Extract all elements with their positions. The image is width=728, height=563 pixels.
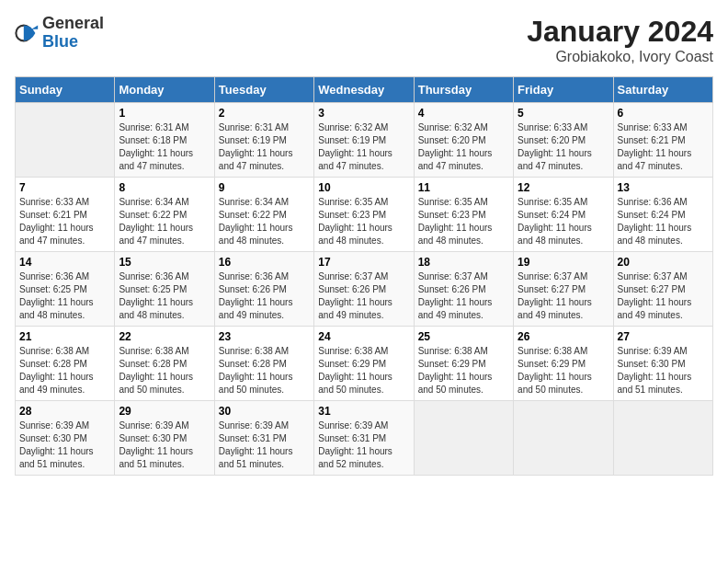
day-number: 2 — [219, 107, 310, 120]
day-number: 4 — [418, 107, 509, 120]
week-row-5: 28Sunrise: 6:39 AMSunset: 6:30 PMDayligh… — [16, 401, 713, 476]
day-info: Sunrise: 6:39 AMSunset: 6:31 PMDaylight:… — [219, 419, 310, 471]
column-header-saturday: Saturday — [613, 77, 712, 103]
day-number: 23 — [219, 330, 310, 343]
day-number: 6 — [618, 107, 709, 120]
day-number: 15 — [119, 256, 210, 269]
calendar-cell: 13Sunrise: 6:36 AMSunset: 6:24 PMDayligh… — [613, 178, 712, 252]
calendar-table: SundayMondayTuesdayWednesdayThursdayFrid… — [15, 76, 713, 476]
logo-general-text: General — [42, 14, 104, 32]
day-info: Sunrise: 6:38 AMSunset: 6:29 PMDaylight:… — [518, 345, 609, 396]
day-number: 3 — [318, 107, 409, 120]
day-number: 21 — [19, 330, 110, 343]
calendar-cell: 2Sunrise: 6:31 AMSunset: 6:19 PMDaylight… — [214, 103, 313, 178]
column-header-wednesday: Wednesday — [314, 77, 414, 103]
day-number: 13 — [618, 181, 709, 194]
day-info: Sunrise: 6:37 AMSunset: 6:27 PMDaylight:… — [518, 270, 609, 322]
day-number: 16 — [219, 256, 310, 269]
calendar-cell: 10Sunrise: 6:35 AMSunset: 6:23 PMDayligh… — [314, 178, 414, 252]
calendar-cell: 27Sunrise: 6:39 AMSunset: 6:30 PMDayligh… — [613, 327, 712, 401]
calendar-cell: 21Sunrise: 6:38 AMSunset: 6:28 PMDayligh… — [16, 327, 115, 401]
day-info: Sunrise: 6:37 AMSunset: 6:26 PMDaylight:… — [418, 270, 509, 322]
day-number: 26 — [518, 330, 609, 343]
day-number: 18 — [418, 256, 509, 269]
day-number: 12 — [518, 181, 609, 194]
calendar-cell: 19Sunrise: 6:37 AMSunset: 6:27 PMDayligh… — [514, 252, 613, 327]
calendar-cell: 15Sunrise: 6:36 AMSunset: 6:25 PMDayligh… — [115, 252, 214, 327]
day-info: Sunrise: 6:33 AMSunset: 6:21 PMDaylight:… — [19, 196, 110, 247]
day-number: 9 — [219, 181, 310, 194]
day-info: Sunrise: 6:38 AMSunset: 6:29 PMDaylight:… — [318, 345, 409, 396]
day-number: 19 — [518, 256, 609, 269]
day-info: Sunrise: 6:34 AMSunset: 6:22 PMDaylight:… — [119, 196, 210, 247]
day-info: Sunrise: 6:36 AMSunset: 6:25 PMDaylight:… — [19, 270, 110, 322]
calendar-cell: 24Sunrise: 6:38 AMSunset: 6:29 PMDayligh… — [314, 327, 414, 401]
calendar-cell: 17Sunrise: 6:37 AMSunset: 6:26 PMDayligh… — [314, 252, 414, 327]
day-info: Sunrise: 6:35 AMSunset: 6:24 PMDaylight:… — [518, 196, 609, 247]
logo: General Blue — [15, 15, 104, 52]
week-row-2: 7Sunrise: 6:33 AMSunset: 6:21 PMDaylight… — [16, 178, 713, 252]
page-header: General Blue January 2024 Grobiakoko, Iv… — [15, 15, 713, 65]
day-info: Sunrise: 6:38 AMSunset: 6:29 PMDaylight:… — [418, 345, 509, 396]
day-info: Sunrise: 6:31 AMSunset: 6:19 PMDaylight:… — [219, 121, 310, 173]
calendar-cell: 5Sunrise: 6:33 AMSunset: 6:20 PMDaylight… — [514, 103, 613, 178]
day-number: 22 — [119, 330, 210, 343]
calendar-cell: 11Sunrise: 6:35 AMSunset: 6:23 PMDayligh… — [414, 178, 513, 252]
calendar-cell: 14Sunrise: 6:36 AMSunset: 6:25 PMDayligh… — [16, 252, 115, 327]
day-info: Sunrise: 6:39 AMSunset: 6:30 PMDaylight:… — [618, 345, 709, 396]
day-info: Sunrise: 6:36 AMSunset: 6:24 PMDaylight:… — [618, 196, 709, 247]
calendar-cell: 23Sunrise: 6:38 AMSunset: 6:28 PMDayligh… — [214, 327, 313, 401]
column-header-thursday: Thursday — [414, 77, 513, 103]
day-number: 31 — [318, 405, 409, 418]
day-info: Sunrise: 6:33 AMSunset: 6:21 PMDaylight:… — [618, 121, 709, 173]
calendar-cell: 31Sunrise: 6:39 AMSunset: 6:31 PMDayligh… — [314, 401, 414, 476]
day-number: 29 — [119, 405, 210, 418]
column-header-monday: Monday — [115, 77, 214, 103]
day-number: 20 — [618, 256, 709, 269]
calendar-cell: 29Sunrise: 6:39 AMSunset: 6:30 PMDayligh… — [115, 401, 214, 476]
day-info: Sunrise: 6:36 AMSunset: 6:25 PMDaylight:… — [119, 270, 210, 322]
day-number: 5 — [518, 107, 609, 120]
calendar-cell: 30Sunrise: 6:39 AMSunset: 6:31 PMDayligh… — [214, 401, 313, 476]
day-number: 24 — [318, 330, 409, 343]
day-info: Sunrise: 6:39 AMSunset: 6:30 PMDaylight:… — [119, 419, 210, 471]
day-number: 10 — [318, 181, 409, 194]
day-info: Sunrise: 6:37 AMSunset: 6:26 PMDaylight:… — [318, 270, 409, 322]
calendar-cell: 18Sunrise: 6:37 AMSunset: 6:26 PMDayligh… — [414, 252, 513, 327]
column-header-tuesday: Tuesday — [214, 77, 313, 103]
calendar-cell: 9Sunrise: 6:34 AMSunset: 6:22 PMDaylight… — [214, 178, 313, 252]
calendar-subtitle: Grobiakoko, Ivory Coast — [527, 49, 713, 65]
calendar-cell: 20Sunrise: 6:37 AMSunset: 6:27 PMDayligh… — [613, 252, 712, 327]
day-info: Sunrise: 6:35 AMSunset: 6:23 PMDaylight:… — [418, 196, 509, 247]
day-info: Sunrise: 6:38 AMSunset: 6:28 PMDaylight:… — [19, 345, 110, 396]
day-number: 28 — [19, 405, 110, 418]
day-info: Sunrise: 6:32 AMSunset: 6:19 PMDaylight:… — [318, 121, 409, 173]
day-info: Sunrise: 6:39 AMSunset: 6:31 PMDaylight:… — [318, 419, 409, 471]
day-info: Sunrise: 6:35 AMSunset: 6:23 PMDaylight:… — [318, 196, 409, 247]
day-info: Sunrise: 6:36 AMSunset: 6:26 PMDaylight:… — [219, 270, 310, 322]
title-block: January 2024 Grobiakoko, Ivory Coast — [527, 15, 713, 65]
header-row: SundayMondayTuesdayWednesdayThursdayFrid… — [16, 77, 713, 103]
calendar-cell: 8Sunrise: 6:34 AMSunset: 6:22 PMDaylight… — [115, 178, 214, 252]
calendar-cell: 28Sunrise: 6:39 AMSunset: 6:30 PMDayligh… — [16, 401, 115, 476]
calendar-cell: 25Sunrise: 6:38 AMSunset: 6:29 PMDayligh… — [414, 327, 513, 401]
calendar-title: January 2024 — [527, 15, 713, 49]
logo-icon — [15, 20, 40, 46]
day-info: Sunrise: 6:32 AMSunset: 6:20 PMDaylight:… — [418, 121, 509, 173]
week-row-3: 14Sunrise: 6:36 AMSunset: 6:25 PMDayligh… — [16, 252, 713, 327]
day-info: Sunrise: 6:38 AMSunset: 6:28 PMDaylight:… — [219, 345, 310, 396]
day-number: 17 — [318, 256, 409, 269]
day-number: 8 — [119, 181, 210, 194]
logo-blue-text: Blue — [42, 32, 78, 51]
day-info: Sunrise: 6:37 AMSunset: 6:27 PMDaylight:… — [618, 270, 709, 322]
day-info: Sunrise: 6:33 AMSunset: 6:20 PMDaylight:… — [518, 121, 609, 173]
calendar-cell: 6Sunrise: 6:33 AMSunset: 6:21 PMDaylight… — [613, 103, 712, 178]
day-info: Sunrise: 6:34 AMSunset: 6:22 PMDaylight:… — [219, 196, 310, 247]
day-info: Sunrise: 6:38 AMSunset: 6:28 PMDaylight:… — [119, 345, 210, 396]
calendar-cell — [16, 103, 115, 178]
day-number: 14 — [19, 256, 110, 269]
day-info: Sunrise: 6:39 AMSunset: 6:30 PMDaylight:… — [19, 419, 110, 471]
calendar-cell: 7Sunrise: 6:33 AMSunset: 6:21 PMDaylight… — [16, 178, 115, 252]
column-header-sunday: Sunday — [16, 77, 115, 103]
calendar-cell — [514, 401, 613, 476]
